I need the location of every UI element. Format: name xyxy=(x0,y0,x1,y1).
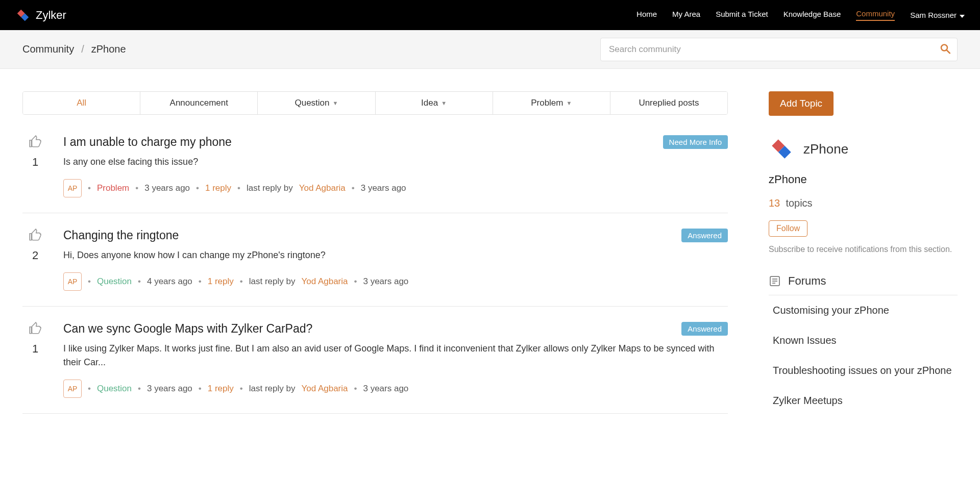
svg-line-1 xyxy=(947,50,950,53)
search-input[interactable] xyxy=(600,38,958,61)
tab-all[interactable]: All xyxy=(23,92,140,114)
meta-dot: • xyxy=(354,276,357,287)
user-menu[interactable]: Sam Rossner xyxy=(910,11,965,19)
vote-count: 2 xyxy=(32,249,38,262)
topic-type[interactable]: Question xyxy=(97,276,132,287)
breadcrumb-zphone[interactable]: zPhone xyxy=(91,43,126,55)
topics-label: topics xyxy=(786,197,812,209)
tab-announcement[interactable]: Announcement xyxy=(140,92,258,114)
meta-dot: • xyxy=(138,276,141,287)
tab-question[interactable]: Question▼ xyxy=(258,92,375,114)
topic-head-row: Can we sync Google Maps with Zylker CarP… xyxy=(63,322,728,336)
forums-header: Forums xyxy=(769,274,958,295)
last-reply-author[interactable]: Yod Agbaria xyxy=(301,384,348,394)
forum-item[interactable]: Troubleshooting issues on your zPhone xyxy=(769,356,958,386)
topic-body: Changing the ringtone Answered Hi, Does … xyxy=(63,229,728,291)
forum-item[interactable]: Customising your zPhone xyxy=(769,295,958,325)
topics-count: 13 xyxy=(769,197,780,209)
product-logo-icon xyxy=(769,136,794,162)
status-badge: Need More Info xyxy=(663,135,728,149)
avatar[interactable]: AP xyxy=(63,380,82,398)
header: Zylker Home My Area Submit a Ticket Know… xyxy=(0,0,980,30)
meta-dot: • xyxy=(354,384,357,394)
topic-title[interactable]: I am unable to charge my phone xyxy=(63,135,232,149)
tab-label: Idea xyxy=(421,98,438,108)
search-icon xyxy=(940,43,950,54)
meta-dot: • xyxy=(199,384,202,394)
nav-my-area[interactable]: My Area xyxy=(672,10,700,20)
meta-dot: • xyxy=(199,276,202,287)
topic-title[interactable]: Changing the ringtone xyxy=(63,229,179,242)
last-reply-author[interactable]: Yod Agbaria xyxy=(301,276,348,287)
topics-list: 1 I am unable to charge my phone Need Mo… xyxy=(22,135,728,414)
vote-count: 1 xyxy=(32,156,38,169)
add-topic-button[interactable]: Add Topic xyxy=(769,91,834,116)
avatar[interactable]: AP xyxy=(63,272,82,291)
chevron-down-icon: ▼ xyxy=(441,100,447,106)
vote-count: 1 xyxy=(32,342,38,356)
topic-meta: AP • Question • 4 years ago • 1 reply • … xyxy=(63,272,728,291)
tab-idea[interactable]: Idea▼ xyxy=(376,92,493,114)
nav-community[interactable]: Community xyxy=(856,9,895,21)
sidebar: Add Topic zPhone zPhone 13 topics Follow… xyxy=(769,91,958,416)
breadcrumb: Community / zPhone xyxy=(22,43,126,55)
product-title: zPhone xyxy=(803,141,848,157)
product-name: zPhone xyxy=(769,173,958,186)
meta-dot: • xyxy=(240,276,243,287)
replies-link[interactable]: 1 reply xyxy=(208,276,234,287)
thumbs-up-icon[interactable] xyxy=(29,322,42,337)
topic-type[interactable]: Question xyxy=(97,384,132,394)
meta-dot: • xyxy=(138,384,141,394)
topic-head-row: Changing the ringtone Answered xyxy=(63,229,728,242)
avatar[interactable]: AP xyxy=(63,179,82,197)
tab-label: Announcement xyxy=(170,98,228,108)
meta-dot: • xyxy=(196,183,199,193)
topic-row: 1 Can we sync Google Maps with Zylker Ca… xyxy=(22,307,728,414)
last-reply-age: 3 years ago xyxy=(363,276,408,287)
meta-dot: • xyxy=(352,183,355,193)
nav-knowledge-base[interactable]: Knowledge Base xyxy=(783,10,841,20)
forum-icon xyxy=(769,275,781,287)
forums-title: Forums xyxy=(788,274,826,288)
meta-dot: • xyxy=(237,183,240,193)
nav-submit-ticket[interactable]: Submit a Ticket xyxy=(716,10,768,20)
replies-link[interactable]: 1 reply xyxy=(205,183,231,193)
search-button[interactable] xyxy=(940,43,950,55)
follow-button[interactable]: Follow xyxy=(769,220,807,237)
last-reply-prefix: last reply by xyxy=(249,384,296,394)
brand-name: Zylker xyxy=(36,9,66,22)
tabs: All Announcement Question▼ Idea▼ Problem… xyxy=(22,91,728,115)
vote-col: 2 xyxy=(22,229,48,291)
last-reply-age: 3 years ago xyxy=(363,384,408,394)
chevron-down-icon: ▼ xyxy=(566,100,572,106)
product-header: zPhone xyxy=(769,136,958,162)
vote-col: 1 xyxy=(22,322,48,398)
topics-count-row: 13 topics xyxy=(769,197,958,209)
topic-excerpt: I like using Zylker Maps. It works just … xyxy=(63,342,728,369)
searchbox xyxy=(600,38,958,61)
replies-link[interactable]: 1 reply xyxy=(208,384,234,394)
breadcrumb-sep: / xyxy=(81,43,84,55)
main: All Announcement Question▼ Idea▼ Problem… xyxy=(0,69,980,416)
last-reply-author[interactable]: Yod Agbaria xyxy=(299,183,346,193)
topic-head-row: I am unable to charge my phone Need More… xyxy=(63,135,728,149)
meta-dot: • xyxy=(135,183,138,193)
last-reply-age: 3 years ago xyxy=(361,183,406,193)
topic-title[interactable]: Can we sync Google Maps with Zylker CarP… xyxy=(63,322,312,336)
nav-home[interactable]: Home xyxy=(636,10,657,20)
last-reply-prefix: last reply by xyxy=(249,276,296,287)
forum-item[interactable]: Zylker Meetups xyxy=(769,386,958,416)
meta-dot: • xyxy=(88,384,91,394)
breadcrumb-community[interactable]: Community xyxy=(22,43,74,55)
tab-unreplied[interactable]: Unreplied posts xyxy=(610,92,727,114)
logo-area[interactable]: Zylker xyxy=(15,8,66,23)
topic-meta: AP • Question • 3 years ago • 1 reply • … xyxy=(63,380,728,398)
forum-item[interactable]: Known Issues xyxy=(769,325,958,356)
thumbs-up-icon[interactable] xyxy=(29,135,42,150)
topic-row: 2 Changing the ringtone Answered Hi, Doe… xyxy=(22,213,728,307)
status-badge: Answered xyxy=(681,322,728,336)
thumbs-up-icon[interactable] xyxy=(29,229,42,244)
topic-row: 1 I am unable to charge my phone Need Mo… xyxy=(22,135,728,213)
topic-type[interactable]: Problem xyxy=(97,183,129,193)
tab-problem[interactable]: Problem▼ xyxy=(493,92,610,114)
